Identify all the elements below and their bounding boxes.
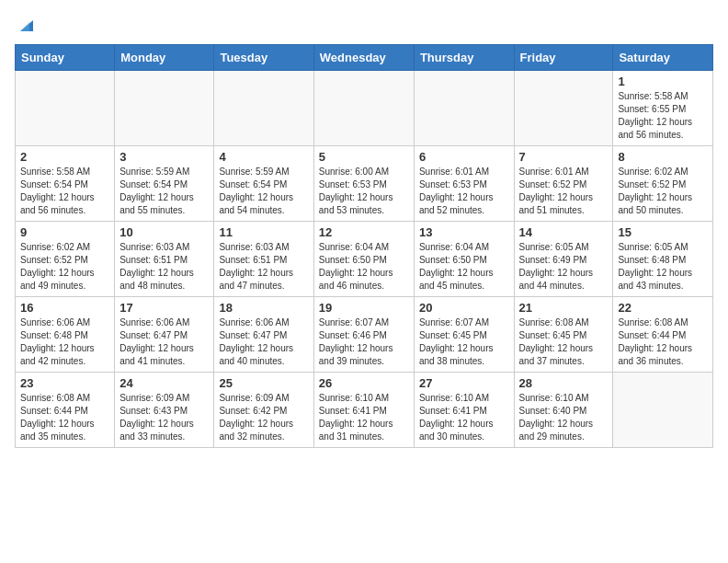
day-info: Sunrise: 5:59 AM Sunset: 6:54 PM Dayligh… [219,166,308,217]
day-info: Sunrise: 6:03 AM Sunset: 6:51 PM Dayligh… [119,241,209,293]
calendar-day-cell: 10Sunrise: 6:03 AM Sunset: 6:51 PM Dayli… [115,222,214,297]
day-info: Sunrise: 6:10 AM Sunset: 6:40 PM Dayligh… [519,392,609,443]
calendar-day-cell: 3Sunrise: 5:59 AM Sunset: 6:54 PM Daylig… [115,146,214,222]
day-number: 10 [119,225,209,239]
day-number: 15 [618,225,708,239]
day-info: Sunrise: 5:59 AM Sunset: 6:54 PM Dayligh… [119,166,209,217]
day-info: Sunrise: 6:02 AM Sunset: 6:52 PM Dayligh… [20,241,109,293]
day-number: 19 [319,301,409,315]
day-number: 27 [419,376,509,390]
day-info: Sunrise: 6:04 AM Sunset: 6:50 PM Dayligh… [419,241,509,293]
day-number: 16 [20,301,109,315]
calendar-day-cell: 23Sunrise: 6:08 AM Sunset: 6:44 PM Dayli… [16,373,115,448]
day-number: 3 [119,150,209,164]
day-info: Sunrise: 6:07 AM Sunset: 6:45 PM Dayligh… [419,316,509,368]
calendar-week-row: 23Sunrise: 6:08 AM Sunset: 6:44 PM Dayli… [16,373,713,448]
day-number: 12 [319,225,409,239]
day-info: Sunrise: 5:58 AM Sunset: 6:54 PM Dayligh… [20,166,109,217]
calendar-day-cell: 27Sunrise: 6:10 AM Sunset: 6:41 PM Dayli… [414,373,514,448]
calendar-day-cell: 22Sunrise: 6:08 AM Sunset: 6:44 PM Dayli… [613,297,713,373]
weekday-header: Tuesday [214,45,313,71]
day-number: 23 [20,376,109,390]
weekday-header: Saturday [613,45,713,71]
svg-marker-1 [20,22,29,31]
calendar-day-cell: 21Sunrise: 6:08 AM Sunset: 6:45 PM Dayli… [514,297,613,373]
day-info: Sunrise: 6:10 AM Sunset: 6:41 PM Dayligh… [419,392,509,443]
day-info: Sunrise: 6:10 AM Sunset: 6:41 PM Dayligh… [319,392,409,443]
day-info: Sunrise: 6:06 AM Sunset: 6:48 PM Dayligh… [20,316,109,368]
day-number: 5 [319,150,409,164]
calendar-day-cell [414,71,514,146]
day-info: Sunrise: 6:05 AM Sunset: 6:49 PM Dayligh… [519,241,609,293]
calendar-day-cell: 6Sunrise: 6:01 AM Sunset: 6:53 PM Daylig… [414,146,514,222]
day-info: Sunrise: 5:58 AM Sunset: 6:55 PM Dayligh… [618,90,708,142]
calendar-day-cell: 1Sunrise: 5:58 AM Sunset: 6:55 PM Daylig… [613,71,713,146]
day-number: 24 [119,376,209,390]
calendar-day-cell [16,71,115,146]
calendar-day-cell: 17Sunrise: 6:06 AM Sunset: 6:47 PM Dayli… [115,297,214,373]
day-info: Sunrise: 6:06 AM Sunset: 6:47 PM Dayligh… [119,316,209,368]
day-info: Sunrise: 6:05 AM Sunset: 6:48 PM Dayligh… [618,241,708,293]
day-number: 6 [419,150,509,164]
calendar-day-cell: 18Sunrise: 6:06 AM Sunset: 6:47 PM Dayli… [214,297,313,373]
calendar-day-cell: 9Sunrise: 6:02 AM Sunset: 6:52 PM Daylig… [16,222,115,297]
calendar-day-cell: 26Sunrise: 6:10 AM Sunset: 6:41 PM Dayli… [313,373,414,448]
day-info: Sunrise: 6:09 AM Sunset: 6:42 PM Dayligh… [219,392,308,443]
calendar-header-row: SundayMondayTuesdayWednesdayThursdayFrid… [16,45,713,71]
day-number: 1 [618,75,708,88]
calendar-table: SundayMondayTuesdayWednesdayThursdayFrid… [15,44,713,448]
calendar-day-cell [313,71,414,146]
weekday-header: Sunday [16,45,115,71]
day-number: 17 [119,301,209,315]
day-info: Sunrise: 6:04 AM Sunset: 6:50 PM Dayligh… [319,241,409,293]
day-info: Sunrise: 6:01 AM Sunset: 6:52 PM Dayligh… [519,166,609,217]
calendar-day-cell: 8Sunrise: 6:02 AM Sunset: 6:52 PM Daylig… [613,146,713,222]
day-info: Sunrise: 6:03 AM Sunset: 6:51 PM Dayligh… [219,241,308,293]
day-number: 20 [419,301,509,315]
calendar-day-cell: 5Sunrise: 6:00 AM Sunset: 6:53 PM Daylig… [313,146,414,222]
calendar-day-cell: 2Sunrise: 5:58 AM Sunset: 6:54 PM Daylig… [16,146,115,222]
weekday-header: Monday [115,45,214,71]
weekday-header: Thursday [414,45,514,71]
day-number: 9 [20,225,109,239]
day-number: 26 [319,376,409,390]
calendar-day-cell [115,71,214,146]
calendar-day-cell: 15Sunrise: 6:05 AM Sunset: 6:48 PM Dayli… [613,222,713,297]
day-number: 22 [618,301,708,315]
calendar-day-cell: 12Sunrise: 6:04 AM Sunset: 6:50 PM Dayli… [313,222,414,297]
calendar-day-cell: 4Sunrise: 5:59 AM Sunset: 6:54 PM Daylig… [214,146,313,222]
day-number: 13 [419,225,509,239]
calendar-day-cell: 20Sunrise: 6:07 AM Sunset: 6:45 PM Dayli… [414,297,514,373]
calendar-day-cell: 7Sunrise: 6:01 AM Sunset: 6:52 PM Daylig… [514,146,613,222]
day-info: Sunrise: 6:07 AM Sunset: 6:46 PM Dayligh… [319,316,409,368]
calendar-day-cell: 11Sunrise: 6:03 AM Sunset: 6:51 PM Dayli… [214,222,313,297]
day-info: Sunrise: 6:00 AM Sunset: 6:53 PM Dayligh… [319,166,409,217]
calendar-day-cell: 19Sunrise: 6:07 AM Sunset: 6:46 PM Dayli… [313,297,414,373]
calendar-week-row: 1Sunrise: 5:58 AM Sunset: 6:55 PM Daylig… [16,71,713,146]
weekday-header: Friday [514,45,613,71]
calendar-week-row: 9Sunrise: 6:02 AM Sunset: 6:52 PM Daylig… [16,222,713,297]
day-number: 25 [219,376,308,390]
day-info: Sunrise: 6:06 AM Sunset: 6:47 PM Dayligh… [219,316,308,368]
page-header [15,15,713,33]
calendar-day-cell: 25Sunrise: 6:09 AM Sunset: 6:42 PM Dayli… [214,373,313,448]
day-info: Sunrise: 6:08 AM Sunset: 6:45 PM Dayligh… [519,316,609,368]
calendar-day-cell: 24Sunrise: 6:09 AM Sunset: 6:43 PM Dayli… [115,373,214,448]
day-number: 4 [219,150,308,164]
day-info: Sunrise: 6:01 AM Sunset: 6:53 PM Dayligh… [419,166,509,217]
calendar-day-cell [613,373,713,448]
day-number: 8 [618,150,708,164]
day-number: 21 [519,301,609,315]
calendar-day-cell: 14Sunrise: 6:05 AM Sunset: 6:49 PM Dayli… [514,222,613,297]
logo-icon [17,17,33,33]
logo [15,15,33,33]
day-info: Sunrise: 6:09 AM Sunset: 6:43 PM Dayligh… [119,392,209,443]
calendar-day-cell: 16Sunrise: 6:06 AM Sunset: 6:48 PM Dayli… [16,297,115,373]
calendar-week-row: 16Sunrise: 6:06 AM Sunset: 6:48 PM Dayli… [16,297,713,373]
day-number: 18 [219,301,308,315]
calendar-day-cell [514,71,613,146]
weekday-header: Wednesday [313,45,414,71]
calendar-day-cell: 28Sunrise: 6:10 AM Sunset: 6:40 PM Dayli… [514,373,613,448]
day-number: 11 [219,225,308,239]
day-info: Sunrise: 6:02 AM Sunset: 6:52 PM Dayligh… [618,166,708,217]
